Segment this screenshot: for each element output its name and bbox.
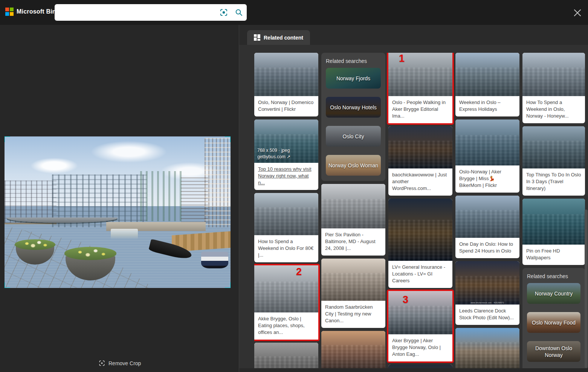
result-thumbnail[interactable] [254,193,318,235]
result-thumbnail[interactable] [522,53,585,96]
result-card[interactable]: Top Things To Do In Oslo In 3 Days (Trav… [522,126,585,196]
related-search-chip[interactable]: Oslo Norway Hotels [326,97,381,118]
search-box [55,4,247,21]
flowers-large [64,247,116,260]
visual-search-icon[interactable] [217,4,231,21]
result-caption: Leeds Clarence Dock Stock Photo (Edit No… [455,305,519,325]
result-caption: Akke Brygge, Oslo | Eating places, shops… [254,312,318,340]
result-thumbnail[interactable] [254,53,318,96]
top-bar: Microsoft Bing [0,0,588,25]
crop-handle-top-right[interactable] [225,136,231,142]
tab-related-content[interactable]: Related content [247,30,310,45]
waterfall-weir [111,229,138,239]
result-thumbnail[interactable] [455,53,519,96]
related-search-chip[interactable]: Norway Fjords [326,68,381,89]
result-card[interactable]: Norway Tour Place | Best Tourist Place t… [254,343,318,368]
crop-icon [99,360,105,366]
result-caption: Top Things To Do In Oslo In 3 Days (Trav… [522,168,585,196]
related-search-chip[interactable]: Oslo Norway Food [527,312,580,333]
related-search-chip[interactable]: Oslo City [326,126,381,147]
highlight-number: 2 [296,266,302,278]
result-card-highlight-3[interactable]: 3 Aker Brygge | Aker Brygge Norway, Oslo… [387,289,454,363]
result-caption: Oslo, Norway | Domenico Convertini | Fli… [254,96,318,116]
result-card[interactable]: Random Saarbrücken City | Testing my new… [321,259,385,328]
bing-logo[interactable]: Microsoft Bing [5,8,60,16]
image-meta-overlay: 768 x 509 · jpeg getbybus.com ↗ [257,147,290,160]
panel-bottom-edge [239,368,588,372]
result-thumbnail[interactable]: www.shutterstock.com · 425258572 [455,261,519,305]
result-caption: Oslo-Norway | Aker Brygge | Miss💃BikerMo… [455,165,519,193]
results-column-1: Oslo, Norway | Domenico Convertini | Fli… [254,53,318,368]
result-card[interactable]: Typical Scandinavian... [455,328,519,368]
brick-building-right [205,138,231,227]
result-thumbnail[interactable] [321,259,385,301]
result-caption: How to Spend a Weekend in Oslo For 80€ |… [254,235,318,262]
result-thumbnail[interactable] [388,53,452,96]
result-caption: LV= General Insurance - Locations - LV= … [388,261,452,288]
crop-handle-top-left[interactable] [5,136,10,142]
result-thumbnail[interactable] [455,119,519,165]
related-search-chip[interactable]: Downtown Oslo Norway [527,341,580,362]
result-thumbnail[interactable] [522,126,585,168]
result-caption: Weekend in Oslo – Express Holidays [455,96,519,116]
result-caption-link[interactable]: Top 10 reasons why visit Norway right no… [254,163,318,190]
remove-crop-button[interactable]: Remove Crop [99,360,141,366]
buildings-terraced [140,171,185,221]
related-searches-title: Related searches [527,273,580,279]
query-image[interactable] [5,136,231,288]
result-thumbnail[interactable] [388,126,452,168]
result-card[interactable]: Pier Six Pavilion - Baltimore, MD - Augu… [321,184,385,256]
result-card[interactable]: Weekend in Oslo – Express Holidays [455,53,519,116]
result-card[interactable]: How To Spend a Weekend in Oslo, Norway -… [522,53,585,123]
search-input[interactable] [55,4,217,21]
stock-watermark: www.shutterstock.com · 425258572 [455,302,519,304]
result-thumbnail[interactable] [522,199,585,245]
result-thumbnail[interactable] [455,328,519,368]
results-grid: Oslo, Norway | Domenico Convertini | Fli… [254,53,587,368]
result-caption: Pier Six Pavilion - Baltimore, MD - Augu… [321,228,385,256]
result-thumbnail[interactable] [455,196,519,238]
close-icon[interactable] [571,7,583,19]
crop-handle-bottom-left[interactable] [5,282,10,288]
vertical-scrollbar[interactable] [585,210,588,368]
result-caption: One Day in Oslo: How to Spend 24 Hours i… [455,238,519,258]
tab-label: Related content [264,35,303,41]
result-card[interactable]: How to Spend a Weekend in Oslo For 80€ |… [254,193,318,262]
related-search-chip[interactable]: Norway Country [527,283,580,304]
result-thumbnail[interactable]: 768 x 509 · jpeg getbybus.com ↗ [254,119,318,163]
result-card[interactable]: 768 x 509 · jpeg getbybus.com ↗ Top 10 r… [254,119,318,190]
search-icon[interactable] [231,4,247,21]
image-source-domain: getbybus.com [257,154,286,159]
result-thumbnail[interactable] [254,265,318,312]
result-thumbnail[interactable] [321,184,385,228]
result-thumbnail[interactable] [388,291,452,334]
result-thumbnail[interactable] [388,364,452,368]
crop-handle-bottom-right[interactable] [225,282,231,288]
result-caption: Random Saarbrücken City | Testing my new… [321,301,385,328]
result-card[interactable]: LV= General Insurance - Locations - LV= … [388,199,452,288]
result-card-highlight-1[interactable]: 1 Oslo - People Walking in Aker Brygge E… [387,53,454,125]
result-caption: How To Spend a Weekend in Oslo, Norway -… [522,96,585,123]
result-card[interactable] [388,364,452,368]
remove-crop-label: Remove Crop [108,360,141,366]
result-caption: Aker Brygge | Aker Brygge Norway, Oslo |… [388,334,452,361]
result-card[interactable]: postcards from norway – Fashion Agony | … [321,331,385,368]
result-card[interactable]: www.shutterstock.com · 425258572 Leeds C… [455,261,519,325]
result-card[interactable]: baochickawowwow | Just another WordPress… [388,126,452,196]
result-thumbnail[interactable] [254,343,318,368]
result-card[interactable]: Oslo, Norway | Domenico Convertini | Fli… [254,53,318,116]
results-column-2: Related searches Norway Fjords Oslo Norw… [321,53,385,368]
result-thumbnail[interactable] [321,331,385,368]
brand-title: Microsoft Bing [17,8,60,15]
result-card-highlight-2[interactable]: 2 Akke Brygge, Oslo | Eating places, sho… [254,264,320,341]
result-caption: baochickawowwow | Just another WordPress… [388,168,452,196]
blue-white-boat [201,252,228,268]
results-column-3: 1 Oslo - People Walking in Aker Brygge E… [388,53,452,368]
result-thumbnail[interactable] [388,199,452,261]
related-content-panel: Related content Oslo, Norway | Domenico … [239,25,588,372]
image-dimensions: 768 x 509 · jpeg [257,147,290,154]
related-search-chip[interactable]: Norway Oslo Woman [326,155,381,176]
result-card[interactable]: Oslo-Norway | Aker Brygge | Miss💃BikerMo… [455,119,519,193]
result-card[interactable]: One Day in Oslo: How to Spend 24 Hours i… [455,196,519,258]
result-card[interactable]: Pin on Free HD Wallpapers [522,199,585,265]
